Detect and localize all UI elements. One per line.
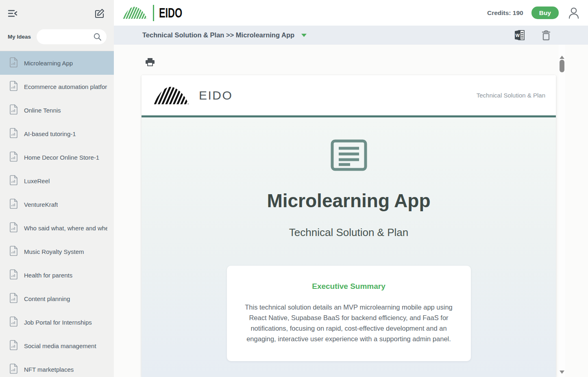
scrollbar-thumb[interactable] [560, 60, 564, 72]
sidebar-item-online-tennis[interactable]: Online Tennis [0, 98, 114, 122]
brand-name: EIDO [159, 5, 182, 20]
credits-label: Credits: 190 [487, 9, 523, 17]
document-brand: EIDO [199, 89, 233, 102]
sidebar-item-ai-based-tutoring-1[interactable]: AI-based tutoring-1 [0, 122, 114, 145]
collapse-sidebar-icon[interactable] [7, 8, 19, 19]
document-header: EIDO Technical Solution & Plan [142, 75, 556, 115]
list-item-label: AI-based tutoring-1 [24, 130, 76, 137]
list-item-label: Job Portal for Internships [24, 319, 92, 326]
list-item-label: Health for parents [24, 272, 72, 279]
file-chart-icon [9, 293, 18, 305]
sidebar-search-row: My Ideas [0, 24, 114, 51]
list-item-label: Music Royalty System [24, 248, 84, 255]
list-item-label: LuxeReel [24, 178, 50, 184]
compose-icon[interactable] [94, 7, 106, 20]
document-subtitle: Technical Solution & Plan [142, 226, 556, 239]
top-bar: EIDO Credits: 190 Buy [114, 0, 588, 26]
breadcrumb-bar: Technical Solution & Plan >> Microlearni… [114, 26, 588, 45]
sidebar-item-ecommerce-automation-platform[interactable]: Ecommerce automation platform [0, 75, 114, 98]
eido-mound-logo-icon [122, 4, 148, 22]
list-item-label: Who said what, where and when [24, 225, 107, 232]
document-viewport: EIDO Technical Solution & Plan Microlear… [114, 45, 588, 377]
app-logo: EIDO [122, 4, 189, 22]
scrollbar-track[interactable] [559, 45, 565, 377]
file-chart-icon [9, 340, 18, 352]
sidebar-item-who-said-what-where-and-when[interactable]: Who said what, where and when [0, 216, 114, 240]
sidebar-item-venturekraft[interactable]: VentureKraft [0, 193, 114, 216]
buy-button[interactable]: Buy [531, 6, 559, 19]
list-item-label: Ecommerce automation platform [24, 83, 107, 90]
executive-summary-heading: Executive Summary [241, 282, 457, 291]
svg-text:W: W [515, 33, 520, 38]
list-item-label: Home Decor Online Store-1 [24, 154, 99, 161]
document-page: EIDO Technical Solution & Plan Microlear… [142, 75, 556, 377]
file-chart-icon [9, 246, 18, 258]
list-item-label: VentureKraft [24, 201, 58, 208]
file-chart-icon [9, 81, 18, 93]
search-icon [93, 32, 102, 43]
file-chart-icon [9, 269, 18, 281]
topbar-right: Credits: 190 Buy [487, 6, 581, 20]
sidebar-item-content-planning[interactable]: Content planning [0, 287, 114, 310]
file-chart-icon [9, 316, 18, 328]
executive-summary-card: Executive Summary This technical solutio… [227, 266, 471, 361]
ideas-list: Microlearning App Ecommerce automation p… [0, 51, 114, 377]
file-chart-icon [9, 57, 18, 69]
breadcrumb: Technical Solution & Plan >> Microlearni… [142, 31, 294, 39]
scroll-up-arrow-icon[interactable] [560, 56, 564, 59]
file-chart-icon [9, 104, 18, 116]
file-chart-icon [9, 128, 18, 140]
file-chart-icon [9, 364, 18, 375]
sidebar-item-music-royalty-system[interactable]: Music Royalty System [0, 240, 114, 263]
sidebar-item-health-for-parents[interactable]: Health for parents [0, 263, 114, 287]
document-body: Microlearning App Technical Solution & P… [142, 117, 556, 377]
sidebar-item-nft-marketplaces[interactable]: NFT marketplaces [0, 358, 114, 377]
list-item-label: NFT marketplaces [24, 366, 74, 373]
user-icon[interactable] [567, 6, 581, 20]
word-document-icon[interactable]: W [513, 29, 526, 41]
file-chart-icon [9, 199, 18, 210]
executive-summary-body: This technical solution details an MVP m… [242, 302, 456, 344]
sidebar-item-luxereel[interactable]: LuxeReel [0, 169, 114, 193]
list-item-label: Microlearning App [24, 60, 73, 67]
brand-divider [153, 5, 154, 21]
sidebar-item-home-decor-online-store-1[interactable]: Home Decor Online Store-1 [0, 145, 114, 169]
printer-icon[interactable] [145, 57, 155, 67]
chevron-down-icon[interactable] [301, 33, 307, 37]
document-lines-icon [142, 117, 556, 173]
my-ideas-label: My Ideas [8, 34, 31, 40]
trash-icon[interactable] [541, 29, 551, 41]
file-chart-icon [9, 222, 18, 234]
eido-mound-logo-icon [152, 84, 190, 107]
list-item-label: Social media management [24, 342, 96, 349]
document-actions: W [513, 29, 580, 41]
list-item-label: Online Tennis [24, 107, 61, 114]
file-chart-icon [9, 152, 18, 163]
sidebar: My Ideas Microlearning App [0, 0, 114, 377]
list-item-label: Content planning [24, 295, 70, 302]
sidebar-item-microlearning-app[interactable]: Microlearning App [0, 51, 114, 75]
document-type-label: Technical Solution & Plan [477, 92, 545, 99]
sidebar-item-social-media-management[interactable]: Social media management [0, 334, 114, 358]
file-chart-icon [9, 175, 18, 187]
sidebar-header [0, 0, 114, 24]
scroll-down-arrow-icon[interactable] [560, 370, 564, 374]
document-title: Microlearning App [142, 190, 556, 212]
sidebar-item-job-portal-for-internships[interactable]: Job Portal for Internships [0, 310, 114, 334]
